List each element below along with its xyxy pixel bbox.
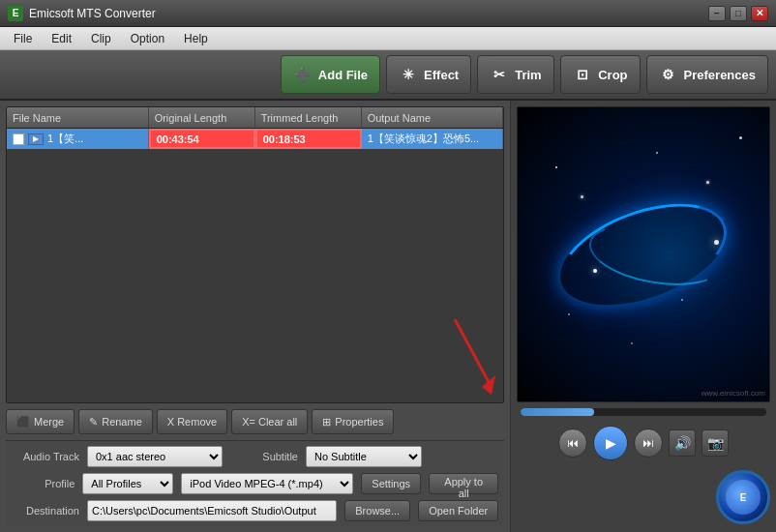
crop-label: Crop: [598, 68, 627, 82]
trim-button[interactable]: ✂ Trim: [477, 55, 554, 94]
table-row[interactable]: ✓ ▶ 1【笑... 00:43:54 00:18:53 1【笑谈惊魂2】恐怖5…: [7, 129, 503, 150]
left-panel: File Name Original Length Trimmed Length…: [0, 101, 510, 532]
header-original-length: Original Length: [149, 107, 255, 128]
effect-label: Effect: [424, 68, 459, 82]
crop-button[interactable]: ⊡ Crop: [560, 55, 640, 94]
logo-area: E: [517, 468, 770, 526]
trim-icon: ✂: [490, 65, 509, 84]
menu-help[interactable]: Help: [174, 30, 218, 47]
properties-button[interactable]: ⊞ Properties: [312, 409, 394, 434]
row-output-name: 1【笑谈惊魂2】恐怖5...: [362, 129, 504, 149]
menu-option[interactable]: Option: [121, 30, 174, 47]
properties-icon: ⊞: [322, 416, 331, 429]
header-filename: File Name: [7, 107, 149, 128]
volume-button[interactable]: 🔊: [669, 429, 696, 457]
close-button[interactable]: ✕: [751, 6, 768, 21]
snapshot-button[interactable]: 📷: [701, 429, 729, 457]
audio-subtitle-row: Audio Track 0x1 aac stereo Subtitle No S…: [12, 445, 498, 468]
preferences-label: Preferences: [684, 68, 756, 82]
toolbar: ➕ Add File ✳ Effect ✂ Trim ⊡ Crop ⚙ Pref…: [0, 50, 776, 101]
rename-icon: ✎: [89, 416, 98, 429]
maximize-button[interactable]: □: [730, 6, 747, 21]
preferences-icon: ⚙: [659, 65, 678, 84]
profile-select[interactable]: All Profiles: [82, 473, 173, 494]
audio-track-label: Audio Track: [12, 451, 79, 462]
row-original-length: 00:43:54: [149, 129, 255, 149]
subtitle-label: Subtitle: [230, 451, 298, 462]
app-logo: E: [716, 470, 770, 524]
seek-bar-container[interactable]: [517, 406, 770, 418]
merge-icon: ⬛: [16, 416, 30, 429]
bottom-buttons: ⬛ Merge ✎ Rename X Remove X= Clear all ⊞…: [6, 407, 504, 436]
play-button[interactable]: ▶: [593, 426, 628, 460]
main-content: File Name Original Length Trimmed Length…: [0, 101, 776, 532]
profile-label: Profile: [12, 478, 75, 489]
browse-button[interactable]: Browse...: [344, 500, 410, 521]
file-list-header: File Name Original Length Trimmed Length…: [7, 107, 503, 129]
add-file-icon: ➕: [293, 65, 313, 84]
video-background: www.emicsoft.com: [518, 107, 769, 401]
destination-row: Destination Browse... Open Folder: [12, 499, 498, 522]
destination-label: Destination: [12, 505, 79, 517]
prev-button[interactable]: ⏮: [558, 429, 587, 458]
header-trimmed-length: Trimmed Length: [255, 107, 362, 128]
open-folder-button[interactable]: Open Folder: [418, 500, 498, 521]
settings-button[interactable]: Settings: [361, 473, 421, 494]
destination-input[interactable]: [87, 500, 337, 521]
crop-icon: ⊡: [573, 65, 592, 84]
row-filename: ✓ ▶ 1【笑...: [7, 129, 149, 149]
logo-inner: E: [726, 480, 761, 515]
add-file-button[interactable]: ➕ Add File: [281, 55, 380, 94]
header-output-name: Output Name: [362, 107, 504, 128]
clear-all-button[interactable]: X= Clear all: [231, 409, 308, 434]
app-icon: E: [8, 6, 23, 21]
profile-row: Profile All Profiles iPod Video MPEG-4 (…: [12, 472, 498, 495]
menu-bar: File Edit Clip Option Help: [0, 27, 776, 50]
menu-file[interactable]: File: [4, 30, 42, 47]
file-list: File Name Original Length Trimmed Length…: [6, 106, 504, 403]
settings-area: Audio Track 0x1 aac stereo Subtitle No S…: [6, 440, 504, 526]
file-icon: ▶: [28, 133, 44, 145]
video-preview: www.emicsoft.com: [517, 106, 770, 402]
rename-button[interactable]: ✎ Rename: [78, 409, 153, 434]
trim-label: Trim: [515, 68, 541, 82]
next-button[interactable]: ⏭: [634, 429, 663, 458]
preferences-button[interactable]: ⚙ Preferences: [646, 55, 768, 94]
format-select[interactable]: iPod Video MPEG-4 (*.mp4): [181, 473, 353, 494]
menu-clip[interactable]: Clip: [81, 30, 121, 47]
window-controls: − □ ✕: [708, 6, 768, 21]
menu-edit[interactable]: Edit: [42, 30, 81, 47]
effect-icon: ✳: [399, 65, 418, 84]
merge-button[interactable]: ⬛ Merge: [6, 409, 75, 434]
playback-controls: ⏮ ▶ ⏭ 🔊 📷: [517, 422, 770, 464]
row-trimmed-length: 00:18:53: [255, 129, 362, 149]
audio-track-select[interactable]: 0x1 aac stereo: [87, 446, 223, 467]
right-panel: www.emicsoft.com ⏮ ▶ ⏭ 🔊 📷 E: [510, 101, 776, 532]
remove-button[interactable]: X Remove: [157, 409, 227, 434]
video-watermark: www.emicsoft.com: [701, 389, 765, 398]
add-file-label: Add File: [318, 68, 368, 82]
minimize-button[interactable]: −: [708, 6, 726, 21]
subtitle-select[interactable]: No Subtitle: [306, 446, 422, 467]
app-title: Emicsoft MTS Converter: [29, 7, 708, 20]
title-bar: E Emicsoft MTS Converter − □ ✕: [0, 0, 776, 27]
effect-button[interactable]: ✳ Effect: [386, 55, 471, 94]
row-checkbox[interactable]: ✓: [13, 133, 24, 145]
apply-to-all-button[interactable]: Apply to all: [429, 473, 498, 494]
seek-bar-fill: [521, 408, 594, 416]
seek-bar[interactable]: [521, 408, 766, 416]
